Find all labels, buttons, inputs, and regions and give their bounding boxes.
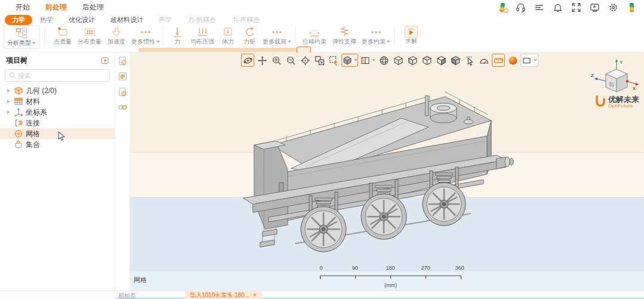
ruler-tick-label: 270	[421, 265, 430, 271]
tree-item-mesh[interactable]: 网格	[0, 128, 115, 139]
orbit-icon[interactable]	[241, 54, 254, 67]
ribbon-tab-acousto-mech[interactable]: 力-声耦合	[224, 16, 268, 24]
moment-button[interactable]: 力矩	[239, 25, 260, 45]
pan-icon[interactable]	[255, 54, 269, 67]
ribbon-toolbar: 分析类型 点质量 分布质量 加速度 更多惯性	[0, 25, 644, 53]
button-label: 均布压强	[190, 38, 214, 45]
viewport-toolbar	[241, 54, 538, 67]
menu-item-start[interactable]: 开始	[16, 2, 30, 13]
doc-history-icon[interactable]	[115, 85, 130, 99]
button-label: 分布质量	[78, 38, 101, 45]
tab-imported-model[interactable]: 导入1019火车头 180... ×	[185, 291, 261, 299]
screen-window-icon[interactable]	[590, 2, 600, 13]
view-front-icon[interactable]	[406, 54, 419, 67]
ribbon-tab-metamaterial[interactable]: 超材料设计	[103, 16, 151, 24]
render-sphere-icon[interactable]	[506, 54, 519, 67]
tree-item-coordinate-system[interactable]: 坐标系	[0, 107, 115, 118]
fullscreen-icon[interactable]	[571, 2, 581, 13]
menu-item-postprocess[interactable]: 后处理	[82, 2, 104, 13]
solve-play-icon	[405, 26, 418, 38]
search-input[interactable]	[18, 72, 95, 79]
list-settings-icon[interactable]	[115, 69, 130, 84]
wireframe-sphere-icon[interactable]	[377, 54, 390, 67]
ribbon-separator	[44, 26, 45, 47]
ribbon-tab-thermal[interactable]: 热学	[32, 16, 61, 24]
protractor-icon[interactable]	[477, 54, 491, 67]
ribbon-highlight-bar	[138, 48, 310, 52]
force-button[interactable]: 力	[167, 25, 187, 45]
view-iso-icon[interactable]	[392, 54, 405, 67]
tree-item-label: 材料	[26, 97, 40, 107]
button-label: 加速度	[107, 38, 125, 45]
more-loads-button[interactable]: 更多载荷	[260, 25, 294, 45]
headset-icon[interactable]	[516, 2, 526, 13]
view-top-icon[interactable]	[420, 54, 433, 67]
user-colorbar-icon[interactable]	[497, 2, 507, 13]
elastic-support-button[interactable]: 弹性支撑	[329, 25, 359, 45]
more-inertia-button[interactable]: 更多惯性	[129, 25, 162, 45]
pick-cursor-icon[interactable]	[463, 54, 476, 67]
view-cube[interactable]: Y 前 Z X	[591, 58, 642, 95]
viewport-status-label: 网格	[134, 276, 147, 285]
uniform-pressure-button[interactable]: 均布压强	[187, 25, 217, 45]
point-mass-button[interactable]: 点质量	[50, 25, 75, 45]
close-icon[interactable]: ×	[253, 292, 257, 298]
button-label: 更多载荷	[263, 38, 286, 45]
axis-z-label: Z	[591, 73, 594, 78]
ribbon-separator	[162, 26, 163, 47]
distributed-mass-button[interactable]: 分布质量	[75, 25, 104, 45]
ribbon-group-loads: 力 均布压强 体力 力矩 更多载荷	[167, 25, 294, 45]
zoom-in-icon[interactable]	[270, 54, 283, 67]
solve-button[interactable]: 求解	[399, 25, 424, 44]
box-select-icon[interactable]	[520, 54, 538, 67]
button-label: 位移约束	[303, 38, 326, 45]
sidebar-title: 项目树	[6, 56, 27, 66]
tab-start-page[interactable]: 初始页	[118, 292, 136, 299]
tree-item-connection[interactable]: 连接	[0, 118, 115, 128]
ruler-tick-label: 90	[352, 265, 358, 271]
menu-lines-icon[interactable]	[534, 2, 544, 13]
project-tree-panel: 项目树 几何 (2/0)	[0, 53, 115, 291]
viewport-3d[interactable]: Y 前 Z X 优解未来	[130, 53, 644, 291]
tree-item-geometry[interactable]: 几何 (2/0)	[0, 85, 115, 96]
view-left-icon[interactable]	[435, 54, 448, 67]
ruler-icon[interactable]	[492, 54, 505, 67]
tree-item-label: 坐标系	[26, 107, 47, 118]
tree-item-label: 网格	[26, 129, 40, 139]
zoom-out-icon[interactable]	[284, 54, 297, 67]
dropdown-caret	[156, 41, 160, 43]
body-force-button[interactable]: 体力	[217, 25, 239, 45]
ribbon-tab-optimization[interactable]: 优化设计	[61, 16, 103, 24]
expand-caret-icon[interactable]	[7, 89, 10, 93]
panel-collapse-icon[interactable]	[101, 57, 109, 64]
model-tender-3d[interactable]	[227, 84, 525, 263]
settings-gear-icon[interactable]	[608, 2, 618, 13]
select-filter-icon[interactable]	[327, 54, 340, 67]
doc-badge-icon[interactable]	[115, 54, 130, 68]
button-label: 更多约束	[362, 38, 386, 45]
colorbar-icon[interactable]	[627, 2, 637, 13]
expand-caret-icon[interactable]	[7, 110, 10, 114]
brand-logo: 优解未来 OptiFuture	[595, 95, 639, 109]
displacement-constraint-button[interactable]: 位移约束	[300, 25, 329, 45]
analysis-type-button[interactable]: 分析类型	[4, 25, 39, 49]
zoom-fit-icon[interactable]	[298, 54, 312, 67]
view-right-icon[interactable]	[449, 54, 462, 67]
acceleration-button[interactable]: 加速度	[104, 25, 129, 45]
more-constraints-button[interactable]: 更多约束	[359, 25, 393, 45]
tree-item-set[interactable]: 集合	[0, 139, 115, 150]
section-view-icon[interactable]	[359, 54, 376, 67]
window-zoom-icon[interactable]	[313, 54, 326, 67]
menu-item-preprocess[interactable]: 前处理	[45, 2, 67, 13]
search-box	[5, 69, 110, 82]
button-label: 弹性支撑	[332, 38, 356, 45]
tree-item-material[interactable]: 材料	[0, 96, 115, 107]
expand-caret-icon[interactable]	[7, 100, 10, 103]
ribbon-tab-acoustics[interactable]: 声学	[151, 16, 180, 24]
link-chain-icon[interactable]	[115, 100, 130, 115]
ribbon-tab-mechanics[interactable]: 力学	[5, 15, 32, 25]
bell-icon[interactable]	[553, 2, 563, 13]
ribbon-tab-thermo-mech[interactable]: 力-热耦合	[180, 16, 224, 24]
ribbon-group-solve: 求解	[399, 25, 424, 44]
shaded-view-icon[interactable]	[341, 54, 358, 67]
